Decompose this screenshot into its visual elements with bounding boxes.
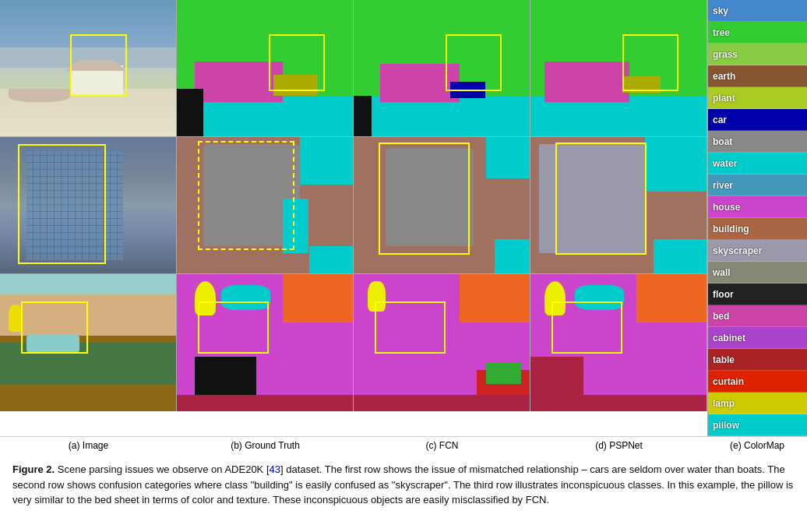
colormap-label-floor: floor: [713, 289, 734, 300]
grid-row-3: [0, 274, 707, 411]
colormap-item-car: car: [708, 109, 807, 131]
r3-pspnet: [530, 274, 707, 411]
r2-fcn: [354, 137, 530, 273]
grid-container: [0, 0, 707, 436]
colormap-label-river: river: [713, 180, 733, 191]
colormap-label-bed: bed: [713, 311, 729, 322]
colormap-label-skyscraper: skyscraper: [713, 245, 762, 256]
colormap-sidebar: sky tree grass earth plant car boat wate…: [707, 0, 807, 436]
colormap-label-building: building: [713, 224, 749, 234]
colormap-item-grass: grass: [708, 44, 807, 65]
r1-pspnet: [530, 0, 707, 136]
colormap-item-cabinet: cabinet: [708, 327, 807, 349]
images-and-colormap: sky tree grass earth plant car boat wate…: [0, 0, 807, 436]
r3-image: [0, 274, 177, 411]
figure-description: Figure 2. Scene parsing issues we observ…: [0, 454, 807, 516]
colormap-item-wall: wall: [708, 262, 807, 284]
colormap-label-cabinet: cabinet: [713, 333, 745, 344]
main-container: sky tree grass earth plant car boat wate…: [0, 0, 807, 516]
colormap-item-boat: boat: [708, 131, 807, 153]
colormap-item-bed: bed: [708, 305, 807, 327]
colormap-item-pillow: pillow: [708, 414, 807, 436]
colormap-item-table: table: [708, 349, 807, 371]
colormap-label-car: car: [713, 115, 727, 125]
colormap-item-plant: plant: [708, 87, 807, 109]
colormap-item-curtain: curtain: [708, 371, 807, 393]
colormap-label-house: house: [713, 202, 740, 213]
r1-fcn: [354, 0, 530, 136]
colormap-item-earth: earth: [708, 65, 807, 87]
colormap-item-skyscraper: skyscraper: [708, 240, 807, 262]
colormap-label-pillow: pillow: [713, 420, 739, 431]
caption-a: (a) Image: [0, 440, 177, 451]
colormap-label-curtain: curtain: [713, 376, 744, 387]
r3-fcn: [354, 274, 530, 411]
colormap-label-wall: wall: [713, 267, 731, 278]
colormap-label-grass: grass: [713, 49, 738, 60]
caption-c: (c) FCN: [354, 440, 530, 451]
r1-gt: [177, 0, 354, 136]
caption-d: (d) PSPNet: [530, 440, 707, 451]
r3-gt: [177, 274, 354, 411]
colormap-item-floor: floor: [708, 284, 807, 305]
caption-b: (b) Ground Truth: [177, 440, 354, 451]
r2-gt: [177, 137, 354, 273]
colormap-item-river: river: [708, 174, 807, 196]
colormap-label-tree: tree: [713, 27, 730, 38]
r2-pspnet: [530, 137, 707, 273]
colormap-label-plant: plant: [713, 93, 735, 104]
colormap-item-water: water: [708, 153, 807, 174]
colormap-label-table: table: [713, 354, 735, 365]
description-text: Figure 2. Scene parsing issues we observ…: [12, 462, 795, 508]
captions-row: (a) Image (b) Ground Truth (c) FCN (d) P…: [0, 436, 807, 454]
colormap-label-earth: earth: [713, 71, 735, 82]
colormap-item-building: building: [708, 218, 807, 240]
colormap-item-tree: tree: [708, 22, 807, 44]
grid-row-2: [0, 137, 707, 274]
reference-43: 43: [270, 463, 280, 475]
grid-row-1: [0, 0, 707, 137]
colormap-item-sky: sky: [708, 0, 807, 22]
colormap-label-sky: sky: [713, 5, 728, 16]
colormap-item-house: house: [708, 196, 807, 218]
colormap-item-lamp: lamp: [708, 393, 807, 414]
caption-e: (e) ColorMap: [707, 440, 807, 451]
colormap-label-boat: boat: [713, 136, 732, 147]
figure-label: Figure 2.: [12, 463, 55, 475]
colormap-label-lamp: lamp: [713, 398, 735, 409]
colormap-label-water: water: [713, 158, 737, 169]
r1-image: [0, 0, 177, 136]
r2-image: [0, 137, 177, 273]
